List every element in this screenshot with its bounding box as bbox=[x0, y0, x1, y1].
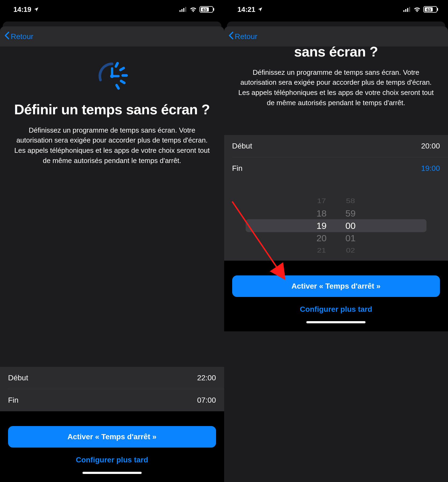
picker-item: 02 bbox=[346, 246, 355, 255]
configure-later-button[interactable]: Configurer plus tard bbox=[8, 448, 216, 467]
picker-item: 57 bbox=[347, 191, 354, 192]
status-bar: 14:19 63 bbox=[0, 0, 224, 19]
picker-hours[interactable]: 16 17 18 19 20 21 22 bbox=[316, 191, 327, 261]
picker-item: 20 bbox=[316, 233, 327, 243]
status-time: 14:21 bbox=[238, 5, 256, 14]
wifi-icon bbox=[414, 7, 421, 12]
picker-item: 17 bbox=[317, 197, 326, 205]
row-value: 20:00 bbox=[421, 142, 440, 150]
battery-icon: 63 bbox=[199, 6, 213, 13]
time-picker[interactable]: 16 17 18 19 20 21 22 57 58 bbox=[224, 185, 448, 261]
svg-rect-0 bbox=[180, 10, 181, 12]
schedule-list: Début 22:00 Fin 07:00 bbox=[0, 367, 224, 411]
picker-item: 59 bbox=[345, 208, 356, 219]
sheet: Retour bbox=[0, 26, 224, 482]
row-value: 22:00 bbox=[197, 374, 216, 382]
battery-icon: 63 bbox=[423, 6, 437, 13]
wifi-icon bbox=[190, 7, 197, 12]
svg-line-11 bbox=[117, 85, 119, 88]
page-description: Définissez un programme de temps sans éc… bbox=[8, 125, 216, 166]
status-time: 14:19 bbox=[13, 5, 31, 14]
row-value: 07:00 bbox=[197, 396, 216, 405]
picker-item: 58 bbox=[346, 197, 355, 205]
cellular-icon bbox=[403, 7, 411, 12]
sheet: Retour sans écran ? Définissez un progra… bbox=[224, 26, 448, 482]
bottom-area: Activer « Temps d'arrêt » Configurer plu… bbox=[0, 411, 224, 482]
location-icon bbox=[34, 7, 39, 12]
row-end[interactable]: Fin 19:00 bbox=[224, 157, 448, 179]
cellular-icon bbox=[180, 7, 187, 12]
picker-item-selected: 19 bbox=[316, 220, 327, 231]
back-button[interactable]: Retour bbox=[228, 31, 257, 41]
row-label: Début bbox=[232, 142, 252, 150]
chevron-left-icon bbox=[228, 31, 234, 41]
page-description: Définissez un programme de temps sans éc… bbox=[232, 68, 440, 108]
row-start[interactable]: Début 22:00 bbox=[0, 367, 224, 389]
status-bar: 14:21 63 bbox=[224, 0, 448, 19]
location-icon bbox=[257, 7, 263, 12]
picker-item: 01 bbox=[345, 233, 356, 243]
svg-rect-13 bbox=[405, 9, 406, 12]
picker-minutes[interactable]: 57 58 59 00 01 02 03 bbox=[345, 191, 356, 261]
row-label: Fin bbox=[232, 164, 243, 173]
picker-item: 18 bbox=[316, 208, 327, 219]
row-label: Fin bbox=[8, 396, 19, 405]
page-title: Définir un temps sans écran ? bbox=[8, 102, 216, 118]
svg-rect-15 bbox=[409, 7, 410, 12]
svg-line-10 bbox=[121, 81, 124, 83]
battery-level: 63 bbox=[425, 7, 433, 12]
activate-button[interactable]: Activer « Temps d'arrêt » bbox=[8, 426, 216, 448]
bottom-area: Activer « Temps d'arrêt » Configurer plu… bbox=[224, 261, 448, 331]
row-value: 19:00 bbox=[421, 164, 440, 173]
configure-later-button[interactable]: Configurer plus tard bbox=[232, 297, 440, 316]
activate-button[interactable]: Activer « Temps d'arrêt » bbox=[232, 275, 440, 297]
nav-bar: Retour bbox=[0, 26, 224, 47]
row-label: Début bbox=[8, 374, 28, 382]
chevron-left-icon bbox=[4, 31, 10, 41]
svg-line-8 bbox=[120, 68, 124, 70]
home-indicator[interactable] bbox=[83, 472, 142, 474]
schedule-list: Début 20:00 Fin 19:00 bbox=[224, 135, 448, 179]
phone-right: 14:21 63 bbox=[224, 0, 448, 482]
row-end[interactable]: Fin 07:00 bbox=[0, 389, 224, 411]
battery-level: 63 bbox=[201, 7, 209, 12]
row-start[interactable]: Début 20:00 bbox=[224, 135, 448, 157]
page-title-partial: sans écran ? bbox=[232, 47, 440, 60]
svg-rect-1 bbox=[181, 9, 182, 12]
back-label: Retour bbox=[235, 32, 257, 41]
picker-item-selected: 00 bbox=[345, 220, 356, 231]
svg-line-7 bbox=[116, 63, 117, 66]
phone-left: 14:19 63 bbox=[0, 0, 224, 482]
picker-item: 21 bbox=[317, 246, 326, 255]
svg-rect-2 bbox=[183, 8, 184, 12]
back-label: Retour bbox=[11, 32, 33, 41]
home-indicator[interactable] bbox=[306, 321, 365, 323]
svg-rect-14 bbox=[407, 8, 408, 12]
picker-item: 16 bbox=[318, 191, 325, 192]
svg-rect-12 bbox=[403, 10, 404, 12]
downtime-clock-icon bbox=[8, 60, 216, 92]
svg-rect-3 bbox=[185, 7, 186, 12]
back-button[interactable]: Retour bbox=[4, 31, 33, 41]
nav-bar: Retour bbox=[224, 26, 448, 47]
